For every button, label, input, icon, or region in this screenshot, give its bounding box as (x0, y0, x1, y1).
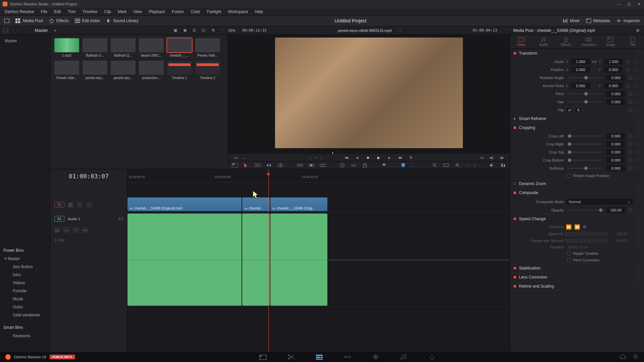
color-page-button[interactable] (372, 354, 380, 360)
lenscorrection-header[interactable]: Lens Correction (510, 273, 644, 282)
dynzoom-header[interactable]: Dynamic Zoom (510, 179, 644, 188)
menu-trim[interactable]: Trim (64, 9, 79, 14)
reset-icon[interactable] (636, 116, 641, 121)
loop-button[interactable]: ↻ (408, 154, 414, 161)
a1-lock-icon[interactable] (54, 228, 60, 232)
reset-icon[interactable] (637, 208, 641, 212)
keyframe-icon[interactable] (628, 208, 633, 213)
keyframe-icon[interactable] (626, 59, 630, 64)
reset-icon[interactable] (636, 284, 641, 289)
section-enable-icon[interactable] (514, 285, 516, 288)
soundlib-button[interactable]: Sound Library (106, 18, 139, 23)
retime-tool[interactable] (339, 162, 345, 168)
keyframe-icon[interactable] (628, 158, 633, 163)
step-fwd-button[interactable]: ▸ (386, 154, 393, 161)
reset-icon[interactable] (637, 158, 641, 162)
cut-page-button[interactable] (287, 354, 295, 360)
stabilization-header[interactable]: Stabilization (510, 264, 644, 273)
minimize-button[interactable]: — (616, 2, 621, 6)
keyframe-icon[interactable] (628, 142, 633, 146)
v1-enable-icon[interactable]: ▭ (87, 202, 92, 207)
a1-solo-icon[interactable]: S (73, 228, 78, 232)
rotation-field[interactable] (606, 75, 625, 81)
project-settings-button[interactable] (633, 354, 639, 360)
flag-chevron-icon[interactable]: ⌄ (392, 164, 395, 167)
ripple-checkbox[interactable] (567, 251, 571, 255)
nav-fwd-icon[interactable]: › (17, 28, 18, 33)
fps-slider[interactable] (565, 238, 608, 243)
keyframe-icon[interactable] (628, 166, 633, 171)
smartbins-header[interactable]: Smart Bins (3, 323, 47, 332)
media-thumbnail[interactable]: cheetah_-_... (167, 38, 192, 57)
thumbnail-image[interactable] (167, 38, 192, 52)
section-enable-icon[interactable] (514, 191, 516, 194)
menu-view[interactable]: View (130, 9, 146, 14)
mixer-button[interactable]: Mixer (562, 18, 580, 23)
media-thumbnail[interactable]: Timeline 1 (167, 61, 192, 80)
pitch-field[interactable] (606, 91, 625, 97)
deliver-page-button[interactable] (428, 354, 436, 360)
thumbnail-image[interactable] (139, 61, 164, 75)
cropright-slider[interactable] (568, 144, 602, 144)
play-button[interactable]: ▶ (375, 154, 382, 161)
speed-header[interactable]: Speed Change (510, 215, 644, 223)
thumbnail-image[interactable] (195, 61, 220, 75)
a1-track[interactable] (127, 213, 510, 307)
thumbnail-image[interactable] (195, 38, 220, 52)
media-thumbnail[interactable]: Pexels Vide... (195, 38, 220, 57)
keyframe-icon[interactable] (628, 75, 633, 80)
powerbin-master[interactable]: Master (3, 255, 47, 263)
reset-icon[interactable] (636, 217, 641, 221)
section-enable-icon[interactable] (514, 276, 516, 279)
powerbin-item[interactable]: Videos (6, 279, 47, 287)
yaw-slider[interactable] (568, 102, 602, 102)
retain-checkbox[interactable] (567, 174, 571, 178)
reset-icon[interactable] (637, 239, 641, 243)
yaw-field[interactable] (606, 99, 625, 105)
powerbin-item[interactable]: Geld verdienen (6, 311, 47, 319)
home-button[interactable] (620, 354, 626, 360)
blade-tool[interactable] (277, 162, 284, 168)
viewer-scrubber[interactable] (228, 151, 510, 154)
viewer-zoom[interactable]: 29% (228, 28, 235, 33)
step-back-button[interactable]: ◂ (354, 154, 361, 161)
flip-v-button[interactable]: ⇅ (575, 107, 582, 113)
metadata-button[interactable]: Metadata (586, 18, 610, 23)
menu-workspace[interactable]: Workspace (225, 9, 252, 14)
media-thumbnail[interactable]: Bathtub O... (83, 38, 107, 57)
fairlight-page-button[interactable] (400, 354, 408, 360)
go-end-button[interactable]: ⏭ (397, 154, 404, 161)
reset-icon[interactable] (637, 232, 641, 236)
reset-icon[interactable] (637, 142, 641, 146)
reset-icon[interactable] (636, 51, 641, 56)
keyframe-icon[interactable] (628, 100, 633, 104)
reset-icon[interactable] (636, 181, 641, 186)
dir-rev-button[interactable]: ⏪ (574, 224, 580, 230)
viewer-mode-icon[interactable]: ▭ (233, 155, 239, 161)
section-enable-icon[interactable] (514, 267, 516, 269)
sort-icon[interactable]: ⇅ (210, 27, 216, 34)
media-thumbnail[interactable]: pexels-tary... (83, 61, 107, 80)
keyframe-icon[interactable] (626, 67, 630, 72)
video-clip[interactable]: cheetah_-_53486 (Original).mp4 (127, 197, 241, 211)
keyframe-icon[interactable] (628, 150, 633, 155)
speedpc-slider[interactable] (565, 232, 608, 236)
bin-master[interactable]: Master (3, 37, 47, 45)
inspector-expand-icon[interactable]: ⊞ (635, 27, 641, 34)
menu-playback[interactable]: Playback (145, 9, 168, 14)
match-frame-icon[interactable]: ▸| (488, 154, 495, 161)
cropright-field[interactable] (606, 141, 625, 147)
reset-icon[interactable] (637, 245, 641, 249)
media-thumbnail[interactable]: 1.mp3 (54, 38, 79, 57)
powerbin-item[interactable]: Intro (6, 271, 47, 279)
reset-icon[interactable] (634, 60, 638, 64)
v1-lock-icon[interactable] (68, 202, 73, 207)
insert-tool[interactable] (297, 162, 303, 168)
thumbnail-image[interactable] (83, 61, 107, 75)
keyframe-icon[interactable] (628, 92, 633, 96)
marker-chevron-icon[interactable]: ⌄ (411, 164, 414, 167)
section-enable-icon[interactable] (514, 218, 516, 220)
menu-fairlight[interactable]: Fairlight (204, 9, 225, 14)
thumbnail-image[interactable] (139, 38, 164, 52)
transform-header[interactable]: Transform (510, 49, 644, 58)
